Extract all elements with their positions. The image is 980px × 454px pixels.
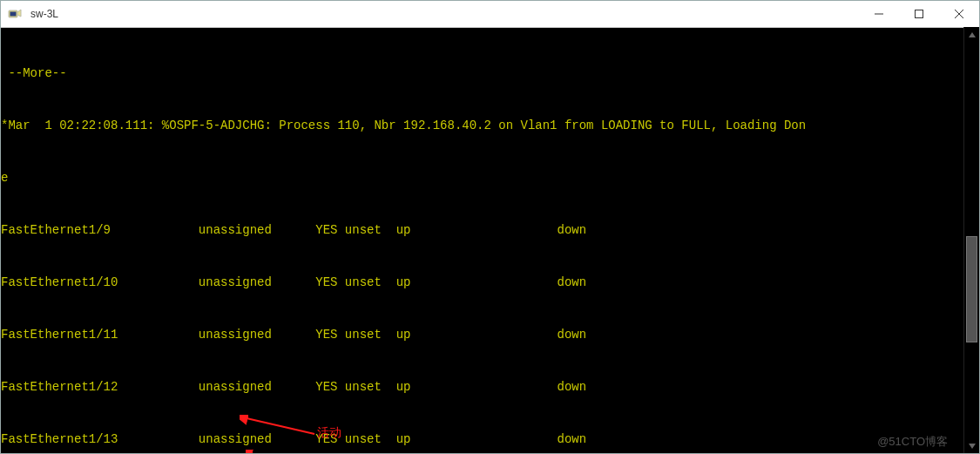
scroll-down-button[interactable] [964, 438, 979, 453]
titlebar[interactable]: sw-3L [1, 1, 979, 28]
interface-row: FastEthernet1/11 unassigned YES unset up… [1, 326, 979, 343]
watermark-text: @51CTO博客 [877, 433, 948, 451]
minimize-button[interactable] [859, 1, 899, 27]
interface-row: FastEthernet1/13 unassigned YES unset up… [1, 430, 979, 448]
interface-row: FastEthernet1/9 unassigned YES unset up … [1, 221, 979, 239]
interface-row: FastEthernet1/10 unassigned YES unset up… [1, 274, 979, 291]
more-indicator: --More-- [1, 64, 979, 82]
arrow-icon [246, 450, 315, 454]
close-button[interactable] [939, 1, 979, 27]
interface-row: FastEthernet1/12 unassigned YES unset up… [1, 378, 979, 396]
svg-rect-1 [10, 12, 17, 17]
putty-icon [6, 5, 24, 23]
log-line: *Mar 1 02:22:08.111: %OSPF-5-ADJCHG: Pro… [1, 117, 979, 134]
log-line: e [1, 169, 979, 186]
scroll-thumb[interactable] [966, 236, 977, 342]
app-window: sw-3L --More-- *Mar 1 02:22:08.111: %OSP… [0, 0, 980, 454]
scroll-up-button[interactable] [964, 27, 979, 42]
svg-rect-2 [916, 10, 923, 18]
window-title: sw-3L [29, 8, 859, 20]
scrollbar[interactable] [963, 27, 979, 453]
annotation-active: 活动 [317, 424, 341, 441]
terminal-area[interactable]: --More-- *Mar 1 02:22:08.111: %OSPF-5-AD… [1, 28, 979, 454]
maximize-button[interactable] [899, 1, 939, 27]
